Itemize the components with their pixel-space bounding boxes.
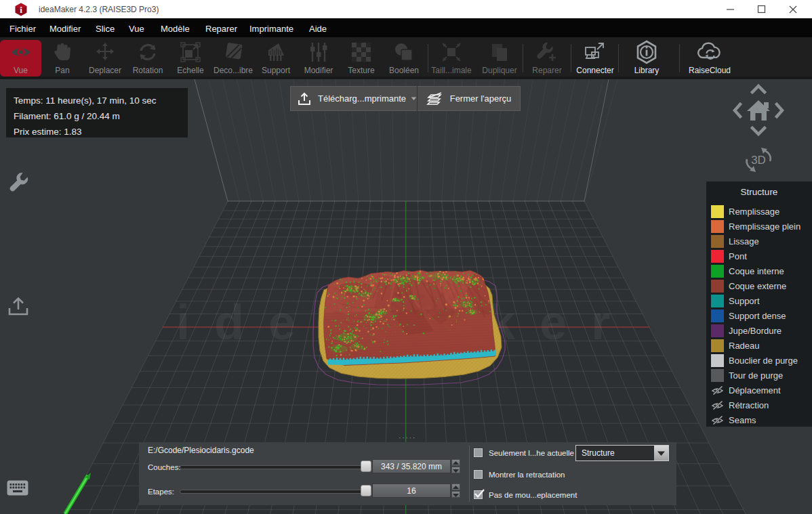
svg-text:3D: 3D: [751, 154, 766, 167]
svg-text:i: i: [20, 5, 22, 15]
